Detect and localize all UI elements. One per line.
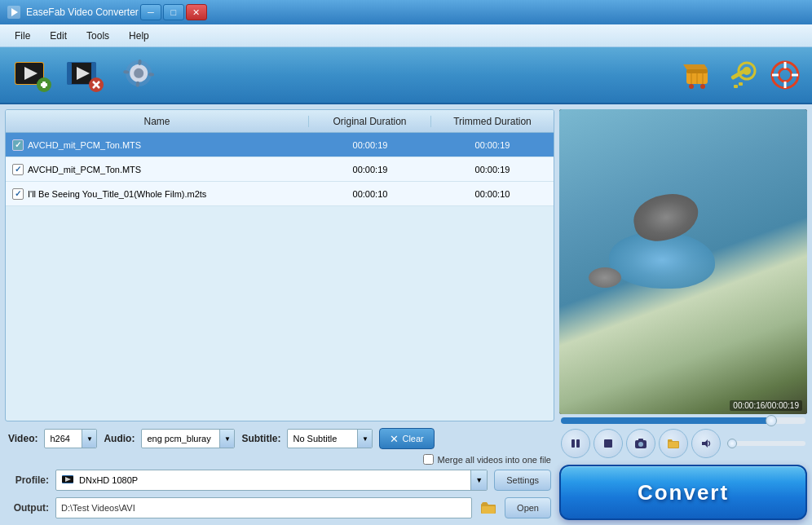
profile-icon <box>60 472 76 488</box>
shop-button[interactable] <box>678 56 716 94</box>
file-original-cell: 00:00:19 <box>309 165 431 174</box>
preview-scene <box>559 109 807 414</box>
stop-button[interactable] <box>594 429 623 458</box>
svg-rect-44 <box>482 506 495 514</box>
merge-checkbox[interactable] <box>423 454 434 465</box>
close-button[interactable]: ✕ <box>186 4 207 20</box>
subtitle-label: Subtitle: <box>241 433 280 444</box>
seek-bar[interactable] <box>561 417 805 424</box>
table-row[interactable]: AVCHD_mit_PCM_Ton.MTS 00:00:19 00:00:19 <box>6 157 554 182</box>
subtitle-combo[interactable]: No Subtitle ▼ <box>287 429 373 448</box>
preview-container: 00:00:16/00:00:19 <box>559 109 807 414</box>
profile-row: Profile: DNxHD 1080P ▼ Settings <box>5 468 554 492</box>
header-trimmed: Trimmed Duration <box>431 116 554 127</box>
svg-point-49 <box>638 442 643 447</box>
rock-main <box>630 189 702 245</box>
stop-icon <box>602 437 615 450</box>
edit-video-button[interactable] <box>60 52 109 98</box>
bottom-controls: Video: h264 ▼ Audio: eng pcm_bluray ▼ Su… <box>5 426 554 520</box>
media-controls-row: Video: h264 ▼ Audio: eng pcm_bluray ▼ Su… <box>5 426 554 451</box>
merge-label[interactable]: Merge all videos into one file <box>438 455 551 465</box>
add-video-button[interactable] <box>8 52 57 98</box>
pause-icon <box>569 437 582 450</box>
camera-icon <box>634 437 647 450</box>
svg-rect-51 <box>669 442 678 448</box>
file-checkbox[interactable] <box>12 188 24 200</box>
svg-point-26 <box>700 84 705 89</box>
video-value: h264 <box>45 434 82 443</box>
settings-icon <box>117 52 161 93</box>
svg-rect-33 <box>734 85 738 88</box>
file-trimmed-cell: 00:00:19 <box>431 140 554 150</box>
merge-row: Merge all videos into one file <box>5 454 554 465</box>
volume-button[interactable] <box>691 429 721 458</box>
settings-button[interactable] <box>113 52 161 98</box>
svg-point-25 <box>689 84 694 89</box>
audio-combo[interactable]: eng pcm_bluray ▼ <box>141 429 235 448</box>
table-row[interactable]: AVCHD_mit_PCM_Ton.MTS 00:00:19 00:00:19 <box>6 133 554 157</box>
minimize-button[interactable]: ─ <box>140 4 161 20</box>
file-list: Name Original Duration Trimmed Duration … <box>5 109 554 421</box>
svg-rect-50 <box>638 439 643 441</box>
maximize-button[interactable]: □ <box>163 4 184 20</box>
volume-slider[interactable] <box>727 441 805 446</box>
file-checkbox[interactable] <box>12 164 24 175</box>
output-row: Output: D:\Test Videos\AVI Open <box>5 496 554 520</box>
help-button[interactable] <box>766 56 804 94</box>
file-name-cell: AVCHD_mit_PCM_Ton.MTS <box>6 139 309 151</box>
pause-button[interactable] <box>561 429 590 458</box>
menu-tools[interactable]: Tools <box>77 27 119 45</box>
svg-point-36 <box>779 68 792 82</box>
seek-thumb[interactable] <box>766 415 777 426</box>
output-folder-button[interactable] <box>479 498 498 518</box>
app-icon <box>7 5 21 20</box>
video-label: Video: <box>8 433 38 444</box>
header-original: Original Duration <box>309 116 431 127</box>
key-icon <box>724 58 758 92</box>
open-folder-icon <box>667 437 680 450</box>
menu-bar: File Edit Tools Help <box>0 24 812 47</box>
svg-rect-45 <box>571 439 575 448</box>
file-name-cell: AVCHD_mit_PCM_Ton.MTS <box>6 164 309 175</box>
profile-arrow: ▼ <box>470 470 487 490</box>
folder-open-button[interactable] <box>659 429 688 458</box>
video-combo[interactable]: h264 ▼ <box>44 429 97 448</box>
player-controls <box>559 426 807 461</box>
add-video-icon <box>13 57 52 93</box>
clear-button[interactable]: ✕ Clear <box>379 428 434 449</box>
header-name: Name <box>6 116 309 127</box>
open-button[interactable]: Open <box>505 497 551 518</box>
snapshot-button[interactable] <box>626 429 655 458</box>
title-text: EaseFab Video Converter <box>26 7 139 18</box>
toolbar <box>0 47 812 104</box>
main-content: Name Original Duration Trimmed Duration … <box>0 104 812 525</box>
time-display: 00:00:16/00:00:19 <box>730 400 802 411</box>
cart-icon <box>680 58 714 92</box>
convert-button[interactable]: Convert <box>559 465 807 520</box>
menu-edit[interactable]: Edit <box>40 27 77 45</box>
output-label: Output: <box>8 502 49 514</box>
file-checkbox[interactable] <box>12 139 24 151</box>
svg-rect-34 <box>739 82 743 86</box>
file-trimmed-cell: 00:00:19 <box>431 165 554 174</box>
rock-small <box>589 267 621 288</box>
subtitle-value: No Subtitle <box>288 434 357 443</box>
table-row[interactable]: I'll Be Seeing You_Title_01(Whole Film).… <box>6 182 554 206</box>
menu-file[interactable]: File <box>5 27 40 45</box>
file-original-cell: 00:00:10 <box>309 189 431 199</box>
svg-rect-7 <box>42 82 46 88</box>
svg-rect-11 <box>67 62 72 85</box>
key-button[interactable] <box>722 56 760 94</box>
volume-icon <box>699 437 713 450</box>
volume-thumb[interactable] <box>727 439 737 448</box>
help-icon <box>768 58 802 92</box>
svg-marker-52 <box>702 439 708 448</box>
menu-help[interactable]: Help <box>119 27 159 45</box>
clear-x-icon: ✕ <box>390 433 399 445</box>
settings-btn[interactable]: Settings <box>494 470 551 491</box>
svg-rect-47 <box>604 439 612 448</box>
toolbar-right <box>678 56 804 94</box>
video-preview <box>559 109 807 414</box>
seek-bar-container <box>559 414 807 426</box>
profile-combo[interactable]: DNxHD 1080P ▼ <box>55 470 488 491</box>
